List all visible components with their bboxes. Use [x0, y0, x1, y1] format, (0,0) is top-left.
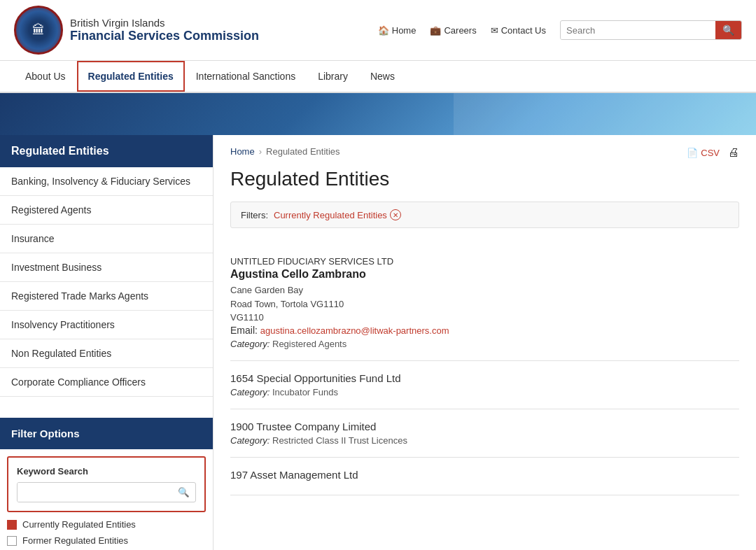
- search-button[interactable]: 🔍: [715, 21, 741, 39]
- entity-email-1: Email: agustina.cellozambrazno@litwak-pa…: [230, 325, 739, 336]
- content-area: Home › Regulated Entities 📄 CSV 🖨 Regula…: [214, 135, 756, 550]
- sidebar-item-investment[interactable]: Investment Business: [0, 253, 213, 282]
- category-value-2: Incubator Funds: [272, 387, 338, 397]
- search-input[interactable]: [561, 22, 715, 39]
- breadcrumb-separator: ›: [259, 146, 262, 157]
- email-label-1: Email:: [230, 325, 258, 336]
- entity-category-2: Category: Incubator Funds: [230, 387, 739, 397]
- category-label-2: Category:: [230, 387, 270, 397]
- sidebar-item-insurance[interactable]: Insurance: [0, 225, 213, 253]
- nav-regulated-entities[interactable]: Regulated Entities: [77, 61, 185, 92]
- nav-about-us[interactable]: About Us: [14, 61, 77, 92]
- category-value-1: Registered Agents: [272, 339, 346, 349]
- home-label: Home: [392, 25, 416, 36]
- print-button[interactable]: 🖨: [728, 146, 739, 159]
- breadcrumb-current: Regulated Entities: [266, 146, 340, 157]
- csv-icon: 📄: [687, 148, 698, 158]
- checkbox-filled-icon[interactable]: [7, 520, 17, 530]
- sidebar-header: Regulated Entities: [0, 135, 213, 167]
- entity-entry-1: UNTITLED FIDUCIARY SERVICES LTD Agustina…: [230, 245, 739, 361]
- keyword-input-row[interactable]: 🔍: [17, 482, 196, 502]
- address-line2-1: Road Town, Tortola VG1110: [230, 299, 344, 309]
- search-box[interactable]: 🔍: [560, 20, 742, 40]
- breadcrumb: Home › Regulated Entities: [230, 146, 340, 157]
- logo-icon: 🏛: [14, 6, 63, 55]
- hero-banner: [0, 93, 756, 135]
- page-title: Regulated Entities: [230, 168, 739, 190]
- keyword-search-section: Keyword Search 🔍: [7, 456, 206, 512]
- category-label-3: Category:: [230, 435, 270, 446]
- nav-news[interactable]: News: [359, 61, 406, 92]
- navigation: About Us Regulated Entities Internationa…: [0, 61, 756, 93]
- entity-entry-3: 1900 Trustee Company Limited Category: R…: [230, 409, 739, 458]
- entity-entry-2: 1654 Special Opportunities Fund Ltd Cate…: [230, 361, 739, 409]
- category-label-1: Category:: [230, 339, 270, 349]
- entity-title-3: 1900 Trustee Company Limited: [230, 421, 739, 432]
- sidebar-item-compliance[interactable]: Corporate Compliance Officers: [0, 368, 213, 397]
- entity-name-1: Agustina Cello Zambrano: [230, 268, 739, 281]
- content-actions: 📄 CSV 🖨: [687, 146, 739, 159]
- entity-entry-4: 197 Asset Management Ltd: [230, 458, 739, 495]
- home-icon: 🏠: [378, 25, 389, 36]
- header-links: 🏠 Home 💼 Careers ✉ Contact Us 🔍: [378, 20, 742, 40]
- address-line1-1: Cane Garden Bay: [230, 285, 303, 295]
- filter-options-header: Filter Options: [0, 418, 213, 449]
- checkbox-former-label: Former Regulated Entities: [22, 535, 128, 546]
- nav-library[interactable]: Library: [307, 61, 359, 92]
- sidebar-item-insolvency[interactable]: Insolvency Practitioners: [0, 311, 213, 339]
- header-right: 🏠 Home 💼 Careers ✉ Contact Us 🔍: [378, 20, 742, 40]
- checkbox-currently-regulated[interactable]: Currently Regulated Entities: [7, 519, 206, 530]
- entity-category-1: Category: Registered Agents: [230, 339, 739, 349]
- briefcase-icon: 💼: [430, 25, 441, 36]
- main-layout: Regulated Entities Banking, Insolvency &…: [0, 135, 756, 550]
- filters-label: Filters:: [241, 210, 268, 220]
- nav-international-sanctions[interactable]: International Sanctions: [185, 61, 307, 92]
- sidebar: Regulated Entities Banking, Insolvency &…: [0, 135, 214, 550]
- logo-line2: Financial Services Commission: [70, 29, 259, 43]
- keyword-label: Keyword Search: [17, 466, 196, 477]
- careers-label: Careers: [444, 25, 476, 36]
- breadcrumb-home[interactable]: Home: [230, 146, 255, 157]
- entity-address-1: Cane Garden Bay Road Town, Tortola VG111…: [230, 283, 739, 325]
- entity-title-2: 1654 Special Opportunities Fund Ltd: [230, 372, 739, 384]
- contact-label: Contact Us: [501, 25, 546, 36]
- checkbox-currently-label: Currently Regulated Entities: [22, 519, 136, 530]
- csv-label: CSV: [701, 148, 720, 158]
- logo-text: British Virgin Islands Financial Service…: [70, 17, 259, 43]
- active-filter-tag: Currently Regulated Entities ✕: [274, 209, 401, 220]
- entity-category-3: Category: Restricted Class II Trust Lice…: [230, 435, 739, 446]
- header: 🏛 British Virgin Islands Financial Servi…: [0, 0, 756, 61]
- remove-filter-button[interactable]: ✕: [390, 209, 401, 220]
- sidebar-item-trademarks[interactable]: Registered Trade Marks Agents: [0, 282, 213, 311]
- contact-link[interactable]: ✉ Contact Us: [491, 25, 546, 36]
- sidebar-item-non-regulated[interactable]: Non Regulated Entities: [0, 339, 213, 368]
- email-link-1[interactable]: agustina.cellozambrazno@litwak-partners.…: [260, 325, 449, 336]
- logo-area: 🏛 British Virgin Islands Financial Servi…: [14, 6, 259, 55]
- entity-company-1: UNTITLED FIDUCIARY SERVICES LTD: [230, 256, 739, 267]
- checkbox-empty-icon[interactable]: [7, 536, 17, 546]
- keyword-input[interactable]: [18, 483, 172, 502]
- search-icon: 🔍: [178, 487, 190, 498]
- active-filter-text: Currently Regulated Entities: [274, 210, 387, 220]
- sidebar-item-banking[interactable]: Banking, Insolvency & Fiduciary Services: [0, 167, 213, 196]
- home-link[interactable]: 🏠 Home: [378, 25, 416, 36]
- csv-button[interactable]: 📄 CSV: [687, 148, 720, 158]
- filter-bar: Filters: Currently Regulated Entities ✕: [230, 202, 739, 228]
- careers-link[interactable]: 💼 Careers: [430, 25, 476, 36]
- envelope-icon: ✉: [491, 25, 498, 36]
- keyword-search-button[interactable]: 🔍: [172, 483, 195, 502]
- entity-title-4: 197 Asset Management Ltd: [230, 469, 739, 481]
- address-line3-1: VG1110: [230, 312, 264, 323]
- logo-line1: British Virgin Islands: [70, 17, 259, 29]
- sidebar-item-registered-agents[interactable]: Registered Agents: [0, 196, 213, 225]
- category-value-3: Restricted Class II Trust Licences: [272, 435, 407, 446]
- checkbox-former-regulated[interactable]: Former Regulated Entities: [7, 535, 206, 546]
